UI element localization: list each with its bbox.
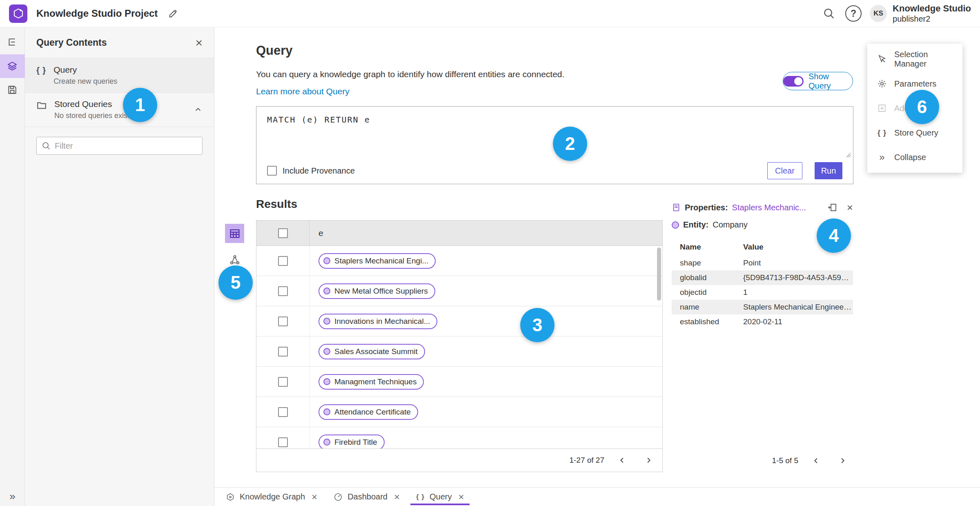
search-icon [42, 141, 51, 150]
tab-knowledge-graph[interactable]: Knowledge Graph × [218, 488, 325, 506]
store-query-button[interactable]: { } Store Query [867, 120, 962, 145]
show-query-label: Show Query [808, 72, 853, 91]
table-row[interactable]: Attendance Certificate [256, 397, 662, 427]
add-to-selection-button[interactable] [827, 203, 837, 212]
panel-item-stored-queries[interactable]: Stored Queries No stored queries exist [25, 93, 214, 127]
close-tab-icon[interactable]: × [458, 492, 464, 502]
entity-dot-icon [323, 378, 330, 385]
table-row[interactable]: Firebird Title [256, 427, 662, 448]
entity-pill[interactable]: Staplers Mechanical Engi... [318, 253, 436, 269]
table-view-button[interactable] [225, 224, 244, 243]
left-icon-rail: » [0, 27, 25, 506]
dashboard-gauge-icon [334, 493, 343, 502]
column-header-e[interactable]: e [310, 228, 323, 238]
tab-query[interactable]: { } Query × [408, 488, 472, 506]
braces-icon: { } [876, 129, 888, 137]
double-chevron-icon: » [876, 152, 888, 163]
edit-title-button[interactable] [168, 9, 178, 18]
previous-page-button[interactable] [808, 453, 824, 469]
show-query-toggle-group[interactable]: Show Query [783, 72, 853, 90]
property-row[interactable]: globalid {5D9B4713-F98D-4A53-A59F-C11... [672, 270, 853, 285]
entity-dot-icon [323, 348, 330, 355]
braces-icon: { } [36, 66, 46, 75]
row-checkbox[interactable] [278, 256, 288, 266]
filter-input[interactable] [55, 141, 197, 151]
add-to-map-icon [876, 103, 888, 113]
close-properties-button[interactable]: × [847, 202, 853, 213]
scrollbar[interactable] [657, 247, 662, 447]
double-chevron-icon: » [9, 490, 15, 502]
action-label: Selection Manager [894, 50, 953, 69]
properties-header: Properties: Staplers Mechanic... × [672, 201, 853, 214]
layers-icon [7, 61, 18, 71]
table-row[interactable]: Staplers Mechanical Engi... [256, 246, 662, 276]
property-name: established [672, 314, 743, 329]
panel-item-query[interactable]: { } Query Create new queries [25, 58, 214, 93]
selection-manager-button[interactable]: Selection Manager [867, 47, 962, 71]
hierarchy-icon [7, 37, 18, 48]
results-page-range: 1-27 of 27 [569, 456, 604, 465]
show-query-toggle[interactable] [783, 76, 804, 87]
close-tab-icon[interactable]: × [312, 492, 317, 502]
select-all-checkbox[interactable] [278, 228, 288, 238]
property-row[interactable]: shape Point [672, 256, 853, 270]
expand-rail-button[interactable]: » [0, 490, 25, 503]
run-button[interactable]: Run [815, 162, 842, 179]
entity-pill[interactable]: Sales Associate Summit [318, 344, 425, 359]
entity-pill[interactable]: Managment Techniques [318, 374, 424, 390]
rail-hierarchy-button[interactable] [0, 31, 25, 54]
help-button[interactable]: ? [845, 5, 862, 22]
row-checkbox[interactable] [278, 407, 288, 417]
results-title: Results [256, 198, 297, 211]
previous-page-button[interactable] [614, 452, 630, 468]
collapse-button[interactable]: » Collapse [867, 145, 962, 169]
entity-pill[interactable]: Firebird Title [318, 435, 385, 449]
entity-dot-icon [323, 439, 330, 446]
tab-dashboard[interactable]: Dashboard × [325, 488, 408, 506]
row-checkbox[interactable] [278, 347, 288, 357]
property-value: 1 [743, 285, 853, 300]
property-value: {5D9B4713-F98D-4A53-A59F-C11... [743, 270, 853, 285]
collapse-section-button[interactable] [194, 105, 203, 114]
entity-dot-icon [323, 257, 330, 264]
learn-more-link[interactable]: Learn more about Query [256, 87, 350, 96]
row-checkbox[interactable] [278, 317, 288, 326]
panel-title: Query Contents [36, 37, 195, 48]
selected-entity-link[interactable]: Staplers Mechanic... [732, 203, 823, 212]
row-checkbox[interactable] [278, 377, 288, 387]
pencil-icon [168, 9, 178, 18]
table-row[interactable]: New Metal Office Suppliers [256, 276, 662, 306]
property-value: 2020-02-11 [743, 314, 853, 329]
row-checkbox[interactable] [278, 286, 288, 296]
table-row[interactable]: Managment Techniques [256, 367, 662, 397]
row-checkbox[interactable] [278, 437, 288, 447]
include-provenance-checkbox[interactable] [267, 166, 277, 176]
header-checkbox-cell [256, 221, 310, 245]
avatar[interactable]: KS [870, 5, 887, 22]
query-editor-text[interactable]: MATCH (e) RETURN e [267, 115, 370, 125]
close-tab-icon[interactable]: × [394, 492, 400, 502]
entity-pill[interactable]: Attendance Certificate [318, 404, 418, 420]
table-row[interactable]: Sales Associate Summit [256, 337, 662, 367]
table-row[interactable]: Innovations in Mechanical... [256, 306, 662, 337]
property-row[interactable]: name Staplers Mechanical Engineering [672, 300, 853, 314]
property-name: objectid [672, 285, 743, 300]
app-logo[interactable] [9, 4, 27, 23]
clear-button[interactable]: Clear [767, 162, 802, 179]
scrollbar-thumb[interactable] [657, 247, 661, 301]
close-panel-button[interactable]: × [195, 37, 203, 49]
next-page-button[interactable] [640, 452, 657, 468]
resize-handle[interactable] [846, 152, 851, 158]
user-menu[interactable]: Knowledge Studio publisher2 [893, 3, 971, 24]
top-bar: Knowledge Studio Project ? KS Knowledge … [0, 0, 980, 27]
rail-layers-button[interactable] [0, 54, 25, 78]
next-page-button[interactable] [834, 453, 851, 469]
property-row[interactable]: established 2020-02-11 [672, 314, 853, 329]
entity-dot-icon [672, 221, 679, 229]
entity-pill[interactable]: New Metal Office Suppliers [318, 283, 435, 299]
rail-save-button[interactable] [0, 78, 25, 102]
property-row[interactable]: objectid 1 [672, 285, 853, 300]
search-button[interactable] [820, 4, 838, 22]
entity-pill[interactable]: Innovations in Mechanical... [318, 314, 437, 329]
query-page-title: Query [256, 43, 293, 58]
